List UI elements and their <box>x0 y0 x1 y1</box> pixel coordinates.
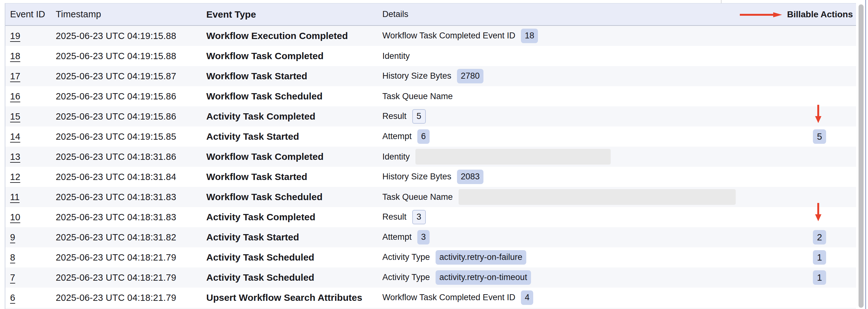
detail-label: Result <box>382 111 407 121</box>
event-type-cell: Workflow Task Started <box>206 71 382 81</box>
vertical-scrollbar-thumb[interactable] <box>859 4 864 308</box>
timestamp-cell: 2025-06-23 UTC 04:18:31.83 <box>56 212 206 222</box>
billable-actions-cell: 1 <box>782 270 856 285</box>
event-id-link[interactable]: 6 <box>10 293 15 303</box>
event-type-cell: Upsert Workflow Search Attributes <box>206 292 382 303</box>
detail-value-badge: 3 <box>412 210 426 224</box>
table-row[interactable]: 13 2025-06-23 UTC 04:18:31.86 Workflow T… <box>5 147 856 167</box>
table-row[interactable]: 18 2025-06-23 UTC 04:19:15.88 Workflow T… <box>5 46 856 66</box>
event-type-cell: Workflow Task Completed <box>206 51 382 61</box>
event-id-link[interactable]: 18 <box>10 51 20 61</box>
timestamp-cell: 2025-06-23 UTC 04:18:21.79 <box>56 273 206 283</box>
detail-value-badge: activity.retry-on-timeout <box>436 270 531 284</box>
table-row[interactable]: 9 2025-06-23 UTC 04:18:31.82 Activity Ta… <box>5 227 856 247</box>
table-row[interactable]: 17 2025-06-23 UTC 04:19:15.87 Workflow T… <box>5 66 856 86</box>
event-id-link[interactable]: 16 <box>10 91 20 101</box>
event-id-cell: 17 <box>5 71 56 81</box>
details-cell: Task Queue Name <box>382 189 782 205</box>
column-header-details[interactable]: Details <box>382 9 782 19</box>
details-cell: Identity <box>382 51 782 61</box>
timestamp-cell: 2025-06-23 UTC 04:18:21.79 <box>56 293 206 303</box>
event-type-cell: Activity Task Started <box>206 232 382 243</box>
table-row[interactable]: 11 2025-06-23 UTC 04:18:31.83 Workflow T… <box>5 187 856 207</box>
panel-right-edge <box>865 0 866 309</box>
detail-label: Identity <box>382 51 410 61</box>
table-row[interactable]: 16 2025-06-23 UTC 04:19:15.86 Workflow T… <box>5 86 856 106</box>
table-header: Event ID Timestamp Event Type Details Bi… <box>5 3 856 26</box>
event-id-link[interactable]: 17 <box>10 71 20 81</box>
event-id-link[interactable]: 7 <box>10 273 15 282</box>
timestamp-cell: 2025-06-23 UTC 04:19:15.85 <box>56 132 206 142</box>
detail-label: Task Queue Name <box>382 192 453 202</box>
column-header-billable-actions[interactable]: Billable Actions <box>787 9 856 20</box>
column-header-event-type[interactable]: Event Type <box>206 9 382 20</box>
details-cell: History Size Bytes 2083 <box>382 170 782 184</box>
event-type-cell: Workflow Task Started <box>206 171 382 182</box>
event-id-link[interactable]: 9 <box>10 232 15 242</box>
timestamp-cell: 2025-06-23 UTC 04:19:15.86 <box>56 91 206 102</box>
detail-label: Identity <box>382 152 410 162</box>
timestamp-cell: 2025-06-23 UTC 04:18:31.82 <box>56 232 206 243</box>
event-type-cell: Workflow Task Scheduled <box>206 192 382 202</box>
timestamp-cell: 2025-06-23 UTC 04:18:31.86 <box>56 152 206 162</box>
table-row[interactable]: 7 2025-06-23 UTC 04:18:21.79 Activity Ta… <box>5 268 856 287</box>
event-type-cell: Activity Task Started <box>206 131 382 142</box>
column-header-timestamp[interactable]: Timestamp <box>56 9 206 20</box>
table-row[interactable]: 10 2025-06-23 UTC 04:18:31.83 Activity T… <box>5 207 856 227</box>
event-id-cell: 13 <box>5 152 56 162</box>
event-id-link[interactable]: 13 <box>10 152 20 162</box>
timestamp-cell: 2025-06-23 UTC 04:19:15.86 <box>56 111 206 122</box>
event-id-link[interactable]: 10 <box>10 212 20 222</box>
top-divider-tick <box>721 0 721 3</box>
billable-actions-cell: 2 <box>782 230 856 244</box>
table-row[interactable]: 6 2025-06-23 UTC 04:18:21.79 Upsert Work… <box>5 287 856 308</box>
billable-actions-cell: 5 <box>782 129 856 144</box>
event-id-cell: 9 <box>5 232 56 243</box>
timestamp-cell: 2025-06-23 UTC 04:19:15.87 <box>56 71 206 81</box>
column-header-event-id[interactable]: Event ID <box>5 9 56 20</box>
details-cell: Attempt 3 <box>382 230 782 244</box>
table-row[interactable]: 12 2025-06-23 UTC 04:18:31.84 Workflow T… <box>5 167 856 187</box>
details-cell: Activity Type activity.retry-on-failure <box>382 250 782 264</box>
event-id-cell: 19 <box>5 31 56 41</box>
detail-label: History Size Bytes <box>382 71 451 81</box>
timestamp-cell: 2025-06-23 UTC 04:19:15.88 <box>56 31 206 41</box>
event-id-cell: 12 <box>5 172 56 182</box>
event-type-cell: Workflow Task Scheduled <box>206 91 382 102</box>
red-down-arrow-annotation <box>815 105 822 123</box>
table-row[interactable]: 8 2025-06-23 UTC 04:18:21.79 Activity Ta… <box>5 247 856 268</box>
billable-count-badge: 5 <box>813 129 826 144</box>
detail-value-badge: 2780 <box>457 69 484 83</box>
next-row-sliver <box>5 308 856 309</box>
event-type-cell: Activity Task Scheduled <box>206 272 382 283</box>
event-id-link[interactable]: 8 <box>10 252 15 263</box>
event-id-link[interactable]: 14 <box>10 132 20 142</box>
event-id-link[interactable]: 15 <box>10 111 20 122</box>
detail-label: Workflow Task Completed Event ID <box>382 293 515 302</box>
timestamp-cell: 2025-06-23 UTC 04:19:15.88 <box>56 51 206 61</box>
event-id-link[interactable]: 12 <box>10 172 20 182</box>
table-row[interactable]: 14 2025-06-23 UTC 04:19:15.85 Activity T… <box>5 127 856 147</box>
event-id-cell: 11 <box>5 192 56 202</box>
event-id-link[interactable]: 11 <box>10 192 20 202</box>
details-cell: Workflow Task Completed Event ID 4 <box>382 290 782 305</box>
event-id-cell: 16 <box>5 91 56 102</box>
event-type-cell: Activity Task Scheduled <box>206 252 382 263</box>
details-cell: Identity <box>382 149 782 165</box>
billable-count-badge: 1 <box>813 250 826 265</box>
detail-label: Activity Type <box>382 273 430 282</box>
table-row[interactable]: 19 2025-06-23 UTC 04:19:15.88 Workflow E… <box>5 26 856 46</box>
event-id-link[interactable]: 19 <box>10 31 20 41</box>
event-id-cell: 8 <box>5 252 56 263</box>
detail-value-badge: 2083 <box>457 170 484 184</box>
table-row[interactable]: 15 2025-06-23 UTC 04:19:15.86 Activity T… <box>5 106 856 127</box>
details-cell: Workflow Task Completed Event ID 18 <box>382 29 782 43</box>
timestamp-cell: 2025-06-23 UTC 04:18:31.84 <box>56 172 206 182</box>
red-down-arrow-annotation <box>815 203 822 221</box>
detail-label: Workflow Task Completed Event ID <box>382 31 515 41</box>
event-id-cell: 18 <box>5 51 56 61</box>
event-id-cell: 6 <box>5 293 56 303</box>
billable-actions-cell: 1 <box>782 250 856 265</box>
event-history-panel: Event ID Timestamp Event Type Details Bi… <box>0 0 868 309</box>
details-cell: Task Queue Name <box>382 92 782 101</box>
